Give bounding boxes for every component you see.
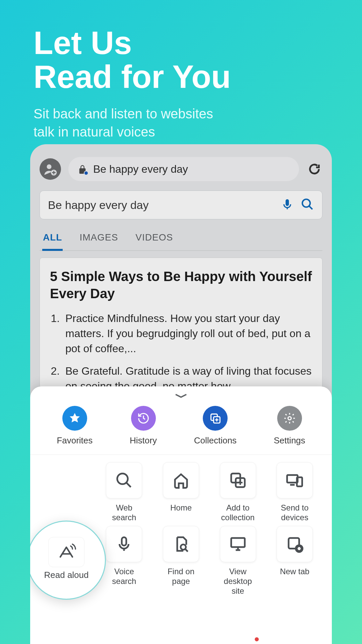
read-aloud-icon bbox=[57, 542, 76, 562]
devices-icon bbox=[286, 471, 304, 489]
favorites-label: Favorites bbox=[57, 435, 93, 446]
result-item-1: Practice Mindfulness. How you start your… bbox=[63, 311, 312, 356]
sheet-grabber[interactable] bbox=[171, 391, 191, 400]
view-desktop-site-button[interactable]: View desktop site bbox=[211, 526, 265, 596]
search-icon[interactable] bbox=[301, 198, 314, 212]
history-button[interactable]: History bbox=[130, 406, 157, 446]
svg-rect-11 bbox=[297, 477, 302, 486]
settings-button[interactable]: Settings bbox=[274, 406, 305, 446]
svg-point-6 bbox=[288, 417, 291, 420]
favorites-button[interactable]: Favorites bbox=[57, 406, 93, 446]
hero-subtitle: Sit back and listen to websites talk in … bbox=[34, 105, 213, 141]
web-search-button[interactable]: Web search bbox=[97, 462, 152, 523]
mic-icon bbox=[115, 535, 133, 553]
bottom-sheet: Favorites History Collections Settings bbox=[30, 386, 332, 644]
desktop-icon bbox=[229, 535, 247, 553]
gear-icon bbox=[283, 412, 296, 425]
history-icon bbox=[137, 412, 150, 425]
top-bar: Be happy every day bbox=[40, 157, 322, 181]
tab-images[interactable]: IMAGES bbox=[79, 229, 119, 250]
read-aloud-label: Read aloud bbox=[44, 570, 89, 580]
indicator-dot bbox=[255, 637, 259, 641]
settings-label: Settings bbox=[274, 435, 305, 446]
tab-videos[interactable]: VIDEOS bbox=[135, 229, 174, 250]
svg-point-14 bbox=[181, 544, 186, 550]
history-label: History bbox=[130, 435, 157, 446]
result-tabs: ALL IMAGES VIDEOS bbox=[40, 229, 322, 251]
person-add-icon bbox=[43, 162, 57, 176]
add-collection-icon bbox=[229, 471, 247, 489]
result-card: 5 Simple Ways to Be Happy with Yourself … bbox=[40, 258, 322, 401]
new-tab-button[interactable]: New tab bbox=[267, 526, 322, 596]
star-icon bbox=[68, 412, 81, 425]
svg-point-0 bbox=[47, 164, 52, 169]
read-aloud-highlight[interactable]: Read aloud bbox=[30, 521, 106, 600]
home-button[interactable]: Home bbox=[154, 462, 208, 523]
search-text: Be happy every day bbox=[48, 199, 274, 212]
add-to-collection-button[interactable]: Add to collection bbox=[211, 462, 265, 523]
collections-label: Collections bbox=[194, 435, 237, 446]
phone-frame: Be happy every day Be happy every day AL… bbox=[30, 144, 332, 644]
hero-title: Let Us Read for You bbox=[34, 26, 231, 94]
new-tab-icon bbox=[286, 535, 304, 553]
tab-all[interactable]: ALL bbox=[42, 229, 63, 251]
search-box[interactable]: Be happy every day bbox=[40, 191, 322, 219]
address-bar[interactable]: Be happy every day bbox=[68, 157, 299, 181]
svg-rect-2 bbox=[286, 199, 289, 206]
refresh-icon bbox=[308, 162, 321, 176]
chevron-down-icon bbox=[174, 393, 188, 398]
home-icon bbox=[172, 471, 190, 489]
collections-button[interactable]: Collections bbox=[194, 406, 237, 446]
profile-avatar[interactable] bbox=[40, 158, 61, 180]
svg-rect-13 bbox=[122, 537, 127, 546]
refresh-button[interactable] bbox=[306, 161, 322, 177]
search-icon bbox=[115, 471, 133, 489]
top-actions-row: Favorites History Collections Settings bbox=[30, 400, 332, 455]
svg-rect-15 bbox=[231, 538, 245, 547]
svg-point-7 bbox=[117, 474, 128, 484]
browser-area: Be happy every day Be happy every day AL… bbox=[30, 144, 332, 401]
address-text: Be happy every day bbox=[93, 163, 188, 175]
collections-icon bbox=[209, 412, 222, 425]
mic-icon[interactable] bbox=[281, 198, 294, 212]
lock-icon bbox=[78, 163, 87, 175]
svg-point-3 bbox=[302, 199, 310, 207]
find-page-icon bbox=[172, 535, 190, 553]
send-to-devices-button[interactable]: Send to devices bbox=[267, 462, 322, 523]
result-title: 5 Simple Ways to Be Happy with Yourself … bbox=[50, 268, 312, 302]
find-on-page-button[interactable]: Find on page bbox=[154, 526, 208, 596]
